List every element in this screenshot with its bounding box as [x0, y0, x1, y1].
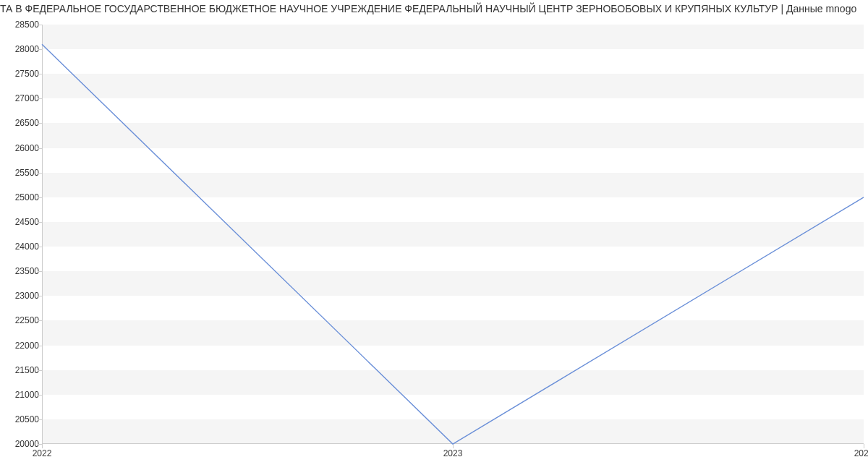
y-tick-label: 26500 [3, 118, 39, 128]
line-layer [42, 25, 864, 444]
x-tick-label: 2023 [443, 448, 463, 458]
y-tick-label: 20500 [3, 414, 39, 424]
x-tick-label: 2022 [33, 448, 52, 458]
x-tick-mark [453, 444, 454, 448]
chart-container: ТА В ФЕДЕРАЛЬНОЕ ГОСУДАРСТВЕННОЕ БЮДЖЕТН… [0, 0, 868, 470]
y-tick-label: 26000 [3, 143, 39, 153]
chart-title: ТА В ФЕДЕРАЛЬНОЕ ГОСУДАРСТВЕННОЕ БЮДЖЕТН… [0, 0, 868, 17]
y-tick-label: 28500 [3, 20, 39, 30]
y-tick-label: 27500 [3, 69, 39, 79]
series-line [42, 44, 864, 444]
y-tick-label: 25000 [3, 192, 39, 202]
y-tick-label: 21000 [3, 390, 39, 400]
y-tick-label: 28000 [3, 44, 39, 54]
plot-area [42, 25, 864, 444]
y-tick-label: 24500 [3, 217, 39, 227]
x-tick-label: 2024 [854, 448, 868, 458]
y-tick-label: 22000 [3, 341, 39, 351]
y-tick-label: 24000 [3, 242, 39, 252]
x-tick-mark [864, 444, 864, 448]
y-tick-label: 22500 [3, 315, 39, 325]
y-tick-label: 23500 [3, 266, 39, 276]
y-tick-label: 25500 [3, 168, 39, 178]
y-tick-label: 27000 [3, 93, 39, 103]
x-tick-mark [42, 444, 43, 448]
y-tick-label: 20000 [3, 439, 39, 449]
y-tick-label: 21500 [3, 365, 39, 375]
y-tick-label: 23000 [3, 291, 39, 301]
